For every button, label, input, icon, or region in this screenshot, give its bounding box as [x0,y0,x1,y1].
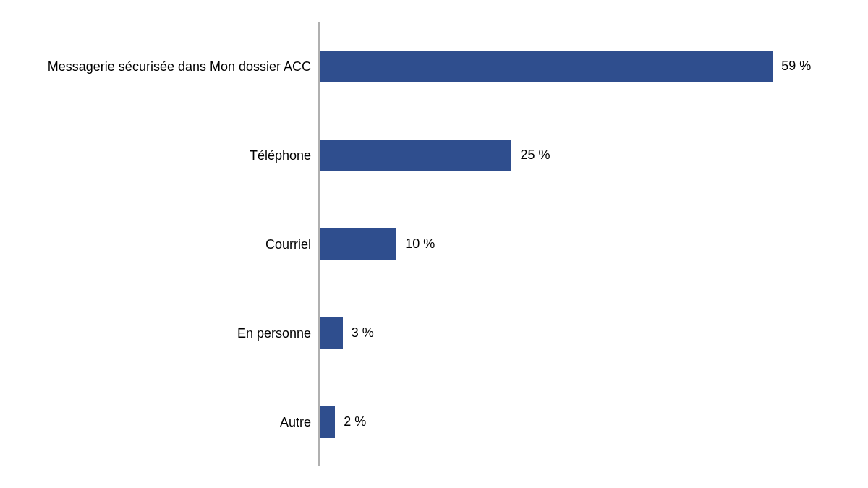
bar-row: 59 % [320,22,841,111]
bar-row: 25 % [320,111,841,200]
bar [320,406,335,438]
category-label: En personne [0,325,311,341]
category-label: Téléphone [0,147,311,163]
bar [320,317,343,349]
plot-area: 59 % 25 % 10 % 3 % 2 % [318,22,841,466]
bar-row: 10 % [320,200,841,288]
category-text: Courriel [265,236,311,251]
value-label: 2 % [344,414,366,429]
category-label: Courriel [0,236,311,252]
category-text: Autre [280,414,311,429]
value-label: 59 % [781,59,811,74]
category-text: Téléphone [250,147,311,162]
bar [320,228,396,260]
value-label: 3 % [352,325,374,341]
value-label: 25 % [520,147,550,163]
bar [320,140,511,171]
value-label: 10 % [405,236,435,252]
category-text: Messagerie sécurisée dans Mon dossier AC… [48,59,311,73]
category-label: Messagerie sécurisée dans Mon dossier AC… [0,59,311,74]
bar-row: 3 % [320,288,841,377]
category-text: En personne [237,325,311,340]
bar [320,51,773,82]
bar-row: 2 % [320,377,841,466]
category-label: Autre [0,414,311,429]
bar-chart: Messagerie sécurisée dans Mon dossier AC… [0,0,868,488]
